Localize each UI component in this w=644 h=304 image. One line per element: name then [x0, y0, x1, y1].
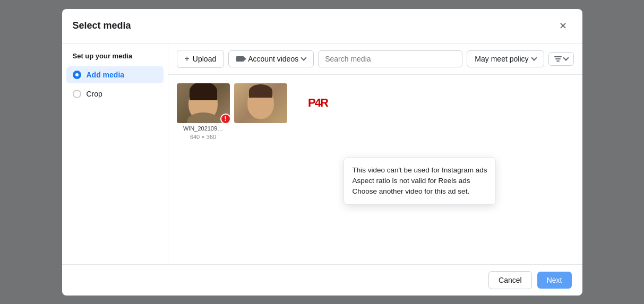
- error-badge-1: !: [220, 114, 230, 123]
- filter-button[interactable]: [548, 52, 574, 66]
- filter-icon: [554, 56, 562, 62]
- modal-header: Select media ✕: [62, 9, 582, 44]
- radio-crop: [73, 90, 81, 98]
- media-thumb-2[interactable]: [234, 83, 287, 123]
- toolbar: + Upload Account videos May meet policy: [168, 44, 582, 75]
- video-icon: [236, 56, 244, 62]
- media-thumb-1[interactable]: !: [177, 83, 230, 123]
- modal-footer: Cancel Next: [62, 264, 582, 296]
- video-preview-3: P4R: [291, 83, 345, 123]
- filter-line-3: [556, 60, 560, 62]
- media-name-1: WIN_202109…: [183, 125, 223, 132]
- sidebar-item-crop-label: Crop: [87, 90, 102, 98]
- policy-button[interactable]: May meet policy: [467, 50, 544, 67]
- media-item-3[interactable]: P4R: [291, 83, 345, 140]
- sidebar-item-crop[interactable]: Crop: [66, 85, 164, 102]
- media-item-2[interactable]: [234, 83, 287, 140]
- modal-backdrop: Select media ✕ Set up your media Add med…: [0, 0, 644, 304]
- media-item-1[interactable]: ! WIN_202109… 640 × 360: [177, 83, 230, 140]
- plus-icon: +: [185, 54, 190, 64]
- main-content: + Upload Account videos May meet policy: [168, 44, 582, 264]
- tooltip-line-3: Choose another video for this ad set.: [353, 187, 470, 195]
- cancel-button[interactable]: Cancel: [488, 271, 532, 289]
- close-icon: ✕: [559, 20, 567, 32]
- sidebar-item-add-media-label: Add media: [87, 71, 125, 79]
- policy-label: May meet policy: [475, 55, 528, 63]
- media-thumb-3[interactable]: P4R: [291, 83, 345, 123]
- next-button[interactable]: Next: [537, 272, 572, 289]
- face-graphic-1: [188, 86, 218, 120]
- policy-chevron-icon: [531, 55, 537, 60]
- select-media-modal: Select media ✕ Set up your media Add med…: [62, 9, 582, 296]
- cancel-label: Cancel: [499, 276, 522, 284]
- account-videos-label: Account videos: [248, 55, 298, 63]
- p4r-logo: P4R: [308, 96, 328, 110]
- video-preview-2: [234, 83, 287, 123]
- upload-label: Upload: [193, 55, 216, 63]
- radio-add-media: [73, 71, 81, 79]
- error-tooltip: This video can't be used for Instagram a…: [344, 157, 496, 205]
- modal-title: Select media: [73, 20, 131, 31]
- face-graphic-2: [247, 87, 274, 119]
- filter-chevron-icon: [563, 55, 569, 60]
- sidebar-title: Set up your media: [66, 50, 164, 64]
- close-button[interactable]: ✕: [555, 18, 572, 34]
- sidebar: Set up your media Add media Crop: [62, 44, 168, 264]
- chevron-down-icon: [301, 55, 307, 60]
- upload-button[interactable]: + Upload: [177, 50, 225, 68]
- sidebar-item-add-media[interactable]: Add media: [66, 66, 164, 83]
- media-dimensions-1: 640 × 360: [190, 134, 216, 140]
- filter-line-1: [554, 56, 562, 57]
- next-label: Next: [547, 276, 562, 284]
- search-input[interactable]: [318, 50, 462, 67]
- media-grid: ! WIN_202109… 640 × 360: [168, 75, 582, 264]
- modal-body: Set up your media Add media Crop + Uploa…: [62, 44, 582, 264]
- filter-line-2: [555, 58, 561, 59]
- account-videos-button[interactable]: Account videos: [228, 50, 314, 67]
- tooltip-line-2: Aspect ratio is not valid for Reels ads: [353, 177, 470, 185]
- tooltip-line-1: This video can't be used for Instagram a…: [353, 166, 487, 174]
